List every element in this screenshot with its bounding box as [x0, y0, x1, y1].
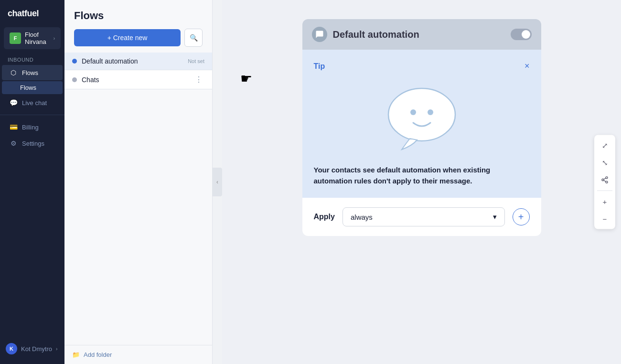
- flow-list-item-default[interactable]: Default automation Not set: [64, 53, 212, 70]
- sidebar-item-flows-label: Flows: [22, 69, 38, 76]
- user-chevron-icon: ›: [56, 346, 57, 352]
- toolbar-divider: [597, 191, 612, 191]
- tip-close-button[interactable]: ×: [525, 61, 530, 71]
- sidebar-item-settings-label: Settings: [22, 140, 44, 147]
- svg-point-4: [602, 179, 604, 181]
- flow-dot-inactive: [72, 77, 77, 82]
- flow-panel-footer: 📁 Add folder: [64, 345, 212, 364]
- flow-dot-active: [72, 59, 77, 64]
- sidebar: chatfuel F Floof Nirvana › Inbound ⬡ Flo…: [0, 0, 64, 364]
- logo: chatfuel: [0, 0, 64, 27]
- sidebar-bottom: K Kot Dmytro ›: [0, 339, 64, 364]
- folder-icon: 📁: [72, 351, 80, 358]
- sidebar-item-billing-label: Billing: [22, 124, 39, 131]
- user-profile[interactable]: K Kot Dmytro ›: [0, 339, 64, 358]
- collapse-icon: ⤡: [602, 159, 608, 167]
- collapse-panel-button[interactable]: ‹: [213, 168, 222, 196]
- flow-panel-actions: + Create new 🔍: [74, 29, 203, 47]
- search-icon: 🔍: [190, 34, 198, 42]
- flow-item-chats-name: Chats: [82, 76, 188, 84]
- sidebar-item-flows[interactable]: ⬡ Flows: [2, 65, 63, 80]
- flow-panel-header: Flows + Create new 🔍: [64, 0, 212, 53]
- svg-point-5: [606, 181, 608, 183]
- apply-select-value: always: [351, 213, 373, 221]
- svg-point-0: [388, 88, 455, 141]
- apply-add-button[interactable]: +: [513, 208, 530, 225]
- workspace-name: Floof Nirvana: [25, 31, 50, 45]
- collapse-button[interactable]: ⤡: [597, 155, 612, 171]
- tip-body-text: Your contacts see default automation whe…: [314, 165, 530, 186]
- canvas-area: Default automation Tip ×: [222, 0, 621, 364]
- right-toolbar: ⤢ ⤡ + −: [594, 135, 615, 229]
- svg-line-7: [604, 178, 606, 180]
- automation-title: Default automation: [333, 29, 505, 40]
- add-folder-label: Add folder: [84, 351, 112, 358]
- plus-icon: +: [518, 212, 524, 223]
- automation-card: Default automation Tip ×: [302, 19, 541, 236]
- livechat-icon: 💬: [10, 99, 17, 107]
- sidebar-item-livechat-label: Live chat: [22, 99, 47, 107]
- apply-select[interactable]: always ▾: [343, 207, 505, 226]
- create-new-button[interactable]: + Create new: [74, 29, 181, 46]
- expand-icon: ⤢: [602, 141, 608, 150]
- add-folder-button[interactable]: 📁 Add folder: [72, 351, 112, 358]
- automation-header: Default automation: [302, 19, 541, 50]
- svg-point-2: [428, 109, 433, 115]
- expand-button[interactable]: ⤢: [597, 138, 612, 153]
- sidebar-section-inbound: Inbound: [0, 55, 64, 64]
- tip-card: Tip ×: [302, 50, 541, 198]
- chevron-down-icon: ▾: [493, 213, 497, 221]
- settings-icon: ⚙: [10, 139, 17, 147]
- flow-item-default-name: Default automation: [82, 57, 183, 65]
- tip-illustration: [314, 79, 530, 155]
- user-avatar: K: [6, 343, 17, 354]
- flows-sub-label: Flows: [20, 84, 36, 91]
- user-name: Kot Dmytro: [21, 345, 52, 353]
- more-options-icon[interactable]: ⋮: [193, 75, 204, 84]
- flow-panel: Flows + Create new 🔍 Default automation …: [64, 0, 213, 364]
- workspace-avatar: F: [10, 32, 21, 44]
- chevron-right-icon: ›: [54, 36, 55, 41]
- apply-label: Apply: [314, 213, 335, 221]
- sidebar-item-livechat[interactable]: 💬 Live chat: [2, 95, 63, 110]
- svg-point-1: [410, 109, 416, 115]
- sidebar-item-billing[interactable]: 💳 Billing: [2, 119, 63, 135]
- sidebar-item-settings[interactable]: ⚙ Settings: [2, 136, 63, 151]
- automation-header-icon: [312, 27, 327, 42]
- svg-line-6: [604, 181, 606, 182]
- sidebar-sub-item-flows[interactable]: Flows: [2, 81, 63, 94]
- automation-toggle[interactable]: [511, 29, 532, 40]
- chevron-left-icon: ‹: [216, 179, 218, 185]
- apply-section: Apply always ▾ +: [302, 198, 541, 236]
- tip-title: Tip: [314, 62, 325, 71]
- billing-icon: 💳: [10, 123, 17, 131]
- share-button[interactable]: [597, 172, 612, 188]
- workspace-selector[interactable]: F Floof Nirvana ›: [4, 27, 61, 49]
- zoom-out-icon: −: [603, 214, 607, 223]
- search-button[interactable]: 🔍: [184, 29, 203, 47]
- zoom-out-button[interactable]: −: [597, 211, 612, 226]
- svg-point-3: [606, 177, 608, 179]
- sidebar-divider: [0, 115, 64, 115]
- flow-list: Default automation Not set Chats ⋮: [64, 53, 212, 345]
- flow-list-item-chats[interactable]: Chats ⋮: [64, 70, 212, 89]
- main-canvas: Default automation Tip ×: [222, 0, 621, 364]
- flow-item-default-badge: Not set: [188, 58, 204, 64]
- zoom-in-icon: +: [603, 197, 607, 205]
- zoom-in-button[interactable]: +: [597, 194, 612, 209]
- flows-icon: ⬡: [10, 69, 17, 76]
- flow-panel-title: Flows: [74, 10, 203, 22]
- tip-header: Tip ×: [314, 61, 530, 71]
